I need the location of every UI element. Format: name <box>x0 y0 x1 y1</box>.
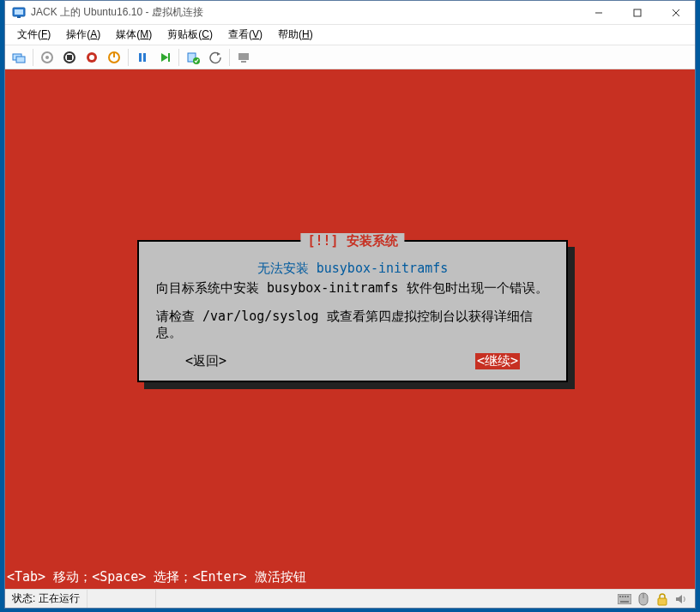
close-button[interactable] <box>656 1 695 25</box>
svg-marker-23 <box>217 52 220 56</box>
svg-rect-25 <box>241 61 246 63</box>
keyboard-icon <box>618 592 631 606</box>
svg-marker-19 <box>161 53 168 62</box>
speaker-icon <box>674 592 688 606</box>
reset-button[interactable] <box>154 47 175 68</box>
statusbar: 状态: 正在运行 <box>5 589 695 608</box>
start-button[interactable] <box>37 47 57 68</box>
svg-point-14 <box>89 55 94 60</box>
svg-rect-29 <box>622 596 624 597</box>
dialog-button-row: <返回> <继续> <box>151 353 554 369</box>
status-label: 状态: <box>12 591 35 606</box>
svg-rect-24 <box>238 53 249 60</box>
window-title: JACK 上的 Ubuntu16.10 - 虚拟机连接 <box>31 5 203 20</box>
svg-rect-2 <box>17 16 21 18</box>
installer-dialog: [!!] 安装系统 无法安装 busybox-initramfs 向目标系统中安… <box>137 240 568 382</box>
menu-media[interactable]: 媒体(M) <box>109 26 159 44</box>
status-cell-empty <box>88 590 156 608</box>
svg-rect-27 <box>620 601 629 603</box>
revert-button[interactable] <box>205 47 226 68</box>
lock-icon <box>655 592 669 606</box>
continue-button[interactable]: <继续> <box>475 353 520 369</box>
svg-rect-12 <box>67 55 72 60</box>
status-cell: 状态: 正在运行 <box>5 590 88 608</box>
maximize-button[interactable] <box>618 1 656 25</box>
svg-rect-33 <box>658 598 667 605</box>
status-icons <box>611 592 695 606</box>
svg-rect-26 <box>618 594 631 604</box>
dialog-body-line2: 请检查 /var/log/syslog 或查看第四虚拟控制台以获得详细信息。 <box>151 309 554 341</box>
turn-off-button[interactable] <box>59 47 80 68</box>
svg-rect-17 <box>139 53 142 62</box>
pause-button[interactable] <box>132 47 153 68</box>
svg-point-10 <box>45 56 49 59</box>
checkpoint-button[interactable] <box>183 47 203 68</box>
menu-action[interactable]: 操作(A) <box>59 26 107 44</box>
mouse-icon <box>637 592 650 606</box>
dialog-subtitle: 无法安装 busybox-initramfs <box>151 261 554 277</box>
ctrl-alt-del-button[interactable] <box>9 47 29 68</box>
dialog-frame-title: [!!] 安装系统 <box>300 233 404 249</box>
keyboard-hint: <Tab> 移动；<Space> 选择；<Enter> 激活按钮 <box>5 566 308 589</box>
menu-file[interactable]: 文件(F) <box>10 26 57 44</box>
dialog-body-line1: 向目标系统中安装 busybox-initramfs 软件包时出现一个错误。 <box>151 280 554 297</box>
svg-rect-1 <box>15 9 23 15</box>
back-button[interactable]: <返回> <box>185 353 226 369</box>
menu-clip[interactable]: 剪贴板(C) <box>160 26 220 44</box>
enhanced-session-button[interactable] <box>233 47 254 68</box>
titlebar: JACK 上的 Ubuntu16.10 - 虚拟机连接 <box>5 1 695 25</box>
minimize-button[interactable] <box>579 1 618 25</box>
svg-rect-4 <box>634 9 641 16</box>
svg-rect-31 <box>627 596 629 597</box>
svg-rect-18 <box>143 53 146 62</box>
app-icon <box>10 4 27 21</box>
svg-rect-8 <box>16 57 25 63</box>
save-button[interactable] <box>104 47 124 68</box>
shutdown-button[interactable] <box>81 47 102 68</box>
menubar: 文件(F) 操作(A) 媒体(M) 剪贴板(C) 查看(V) 帮助(H) <box>5 25 695 45</box>
vm-display[interactable]: [!!] 安装系统 无法安装 busybox-initramfs 向目标系统中安… <box>5 69 695 589</box>
svg-marker-34 <box>676 595 682 603</box>
vm-window: JACK 上的 Ubuntu16.10 - 虚拟机连接 文件(F) 操作(A) … <box>4 0 696 609</box>
svg-rect-30 <box>625 596 626 597</box>
menu-help[interactable]: 帮助(H) <box>271 26 320 44</box>
svg-rect-28 <box>619 596 621 597</box>
status-value: 正在运行 <box>39 591 80 606</box>
menu-view[interactable]: 查看(V) <box>221 26 269 44</box>
svg-rect-20 <box>168 53 170 62</box>
dialog-frame: [!!] 安装系统 无法安装 busybox-initramfs 向目标系统中安… <box>137 240 568 382</box>
toolbar <box>5 45 695 69</box>
